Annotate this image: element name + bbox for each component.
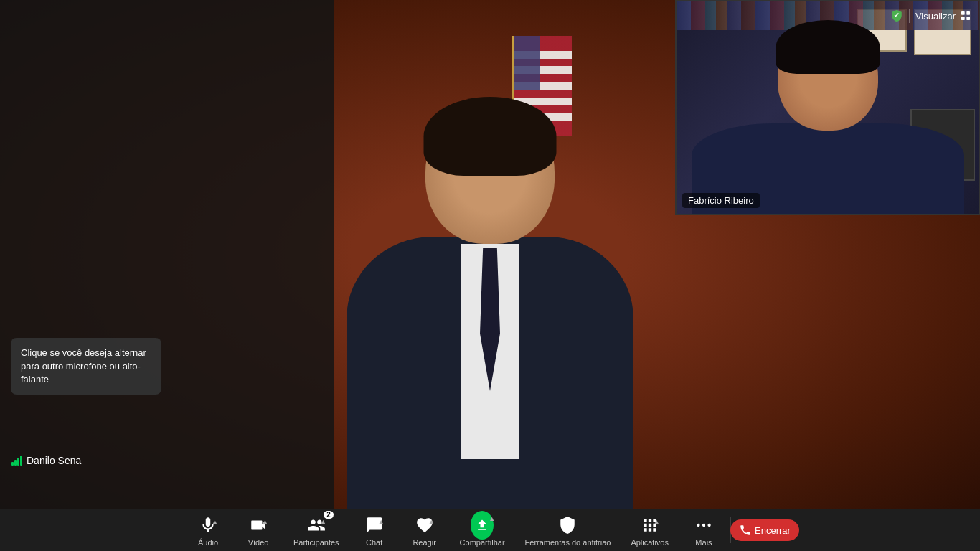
react-arrow: ▲: [428, 518, 435, 525]
bar-3: [17, 458, 19, 466]
speaker-name-badge: Danilo Sena: [11, 455, 81, 466]
toolbar-apps[interactable]: ▲ Aplicativos: [621, 509, 679, 551]
grid-icon: [960, 10, 971, 22]
chat-icon: ▲: [363, 514, 386, 537]
chat-label: Chat: [366, 538, 382, 547]
toolbar-share[interactable]: ▲ Compartilhar: [450, 509, 515, 551]
bar-4: [20, 456, 22, 466]
svg-point-6: [707, 524, 710, 527]
toolbar-host-tools[interactable]: Ferramentas do anfitrião: [515, 509, 621, 551]
svg-rect-2: [961, 17, 965, 20]
participants-label: Participantes: [293, 538, 339, 547]
bar-2: [14, 460, 17, 466]
more-label: Mais: [695, 538, 712, 547]
end-button-pill: Encerrar: [730, 519, 799, 541]
signal-bars: [11, 456, 22, 466]
apps-label: Aplicativos: [631, 538, 669, 547]
shield-icon: [890, 9, 903, 22]
tooltip-popup: Clique se você deseja alternar para outr…: [11, 338, 161, 395]
apps-arrow: ▲: [654, 518, 660, 525]
more-icon: [692, 514, 715, 537]
audio-label: Áudio: [198, 538, 218, 547]
view-label: Visualizar: [915, 11, 956, 22]
participants-icon: 2 ▲: [305, 514, 328, 537]
share-icon: ▲: [471, 514, 494, 537]
host-tools-label: Ferramentas do anfitrião: [525, 538, 611, 547]
view-options[interactable]: Visualizar: [915, 10, 971, 22]
chat-arrow: ▲: [378, 518, 385, 525]
toolbar-end[interactable]: Encerrar: [732, 509, 797, 551]
react-label: Reagir: [413, 538, 435, 547]
bar-1: [11, 462, 14, 466]
svg-point-4: [697, 524, 699, 527]
speaker-name-text: Danilo Sena: [27, 455, 81, 466]
security-badge[interactable]: [890, 9, 903, 22]
react-icon: ▲: [413, 514, 436, 537]
host-tools-icon: [556, 514, 579, 537]
share-arrow: ▲: [489, 515, 495, 522]
thumbnail-name-label: Fabrício Ribeiro: [682, 193, 760, 208]
end-call-icon: [739, 524, 752, 537]
audio-icon: ▲: [197, 514, 220, 537]
svg-rect-3: [966, 17, 970, 20]
main-video: Clique se você deseja alternar para outr…: [0, 0, 980, 509]
divider: [909, 9, 910, 23]
audio-arrow: ▲: [212, 518, 218, 525]
toolbar-video[interactable]: ▲ Vídeo: [233, 509, 283, 551]
apps-icon: ▲: [639, 514, 661, 537]
participants-arrow: ▲: [320, 518, 326, 525]
end-icon: Encerrar: [753, 519, 776, 542]
toolbar-chat[interactable]: ▲ Chat: [349, 509, 400, 551]
toolbar-more[interactable]: Mais: [679, 509, 729, 551]
thumbnail-video: Fabrício Ribeiro: [675, 0, 980, 215]
toolbar-react[interactable]: ▲ Reagir: [400, 509, 450, 551]
toolbar-audio[interactable]: ▲ Áudio: [183, 509, 233, 551]
toolbar-participants[interactable]: 2 ▲ Participantes: [283, 509, 349, 551]
end-label: Encerrar: [755, 525, 791, 536]
video-arrow: ▲: [262, 518, 268, 525]
svg-rect-0: [961, 11, 965, 15]
main-speaker-video: [311, 43, 669, 509]
svg-rect-1: [966, 11, 970, 15]
video-icon: ▲: [247, 514, 270, 537]
left-sidebar-overlay: [0, 0, 334, 509]
video-label: Vídeo: [248, 538, 269, 547]
svg-point-5: [702, 524, 705, 527]
toolbar: ▲ Áudio ▲ Vídeo 2 ▲ Participantes ▲: [0, 509, 980, 551]
person-hair: [424, 97, 557, 176]
tooltip-text: Clique se você deseja alternar para outr…: [21, 347, 146, 384]
top-bar: Visualizar: [0, 0, 980, 32]
